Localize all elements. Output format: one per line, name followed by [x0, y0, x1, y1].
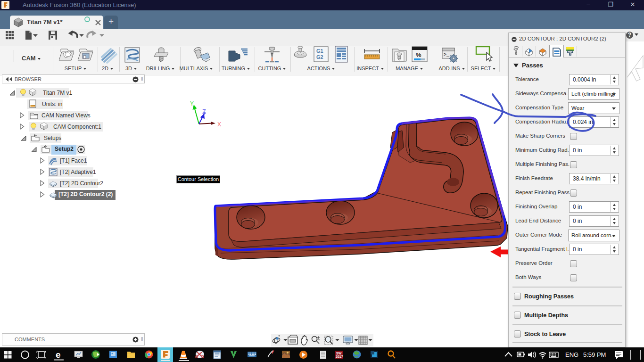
- svg-text:%: %: [416, 51, 421, 58]
- svg-text:>_: >_: [444, 52, 450, 58]
- svg-text:G2: G2: [316, 54, 323, 60]
- svg-text:5:59 PM: 5:59 PM: [583, 351, 606, 358]
- svg-text:2017: 2017: [336, 355, 343, 358]
- svg-text:SW: SW: [336, 352, 342, 355]
- svg-text:G1: G1: [316, 48, 323, 54]
- svg-text:e: e: [56, 350, 61, 360]
- svg-text:ENG: ENG: [565, 351, 578, 358]
